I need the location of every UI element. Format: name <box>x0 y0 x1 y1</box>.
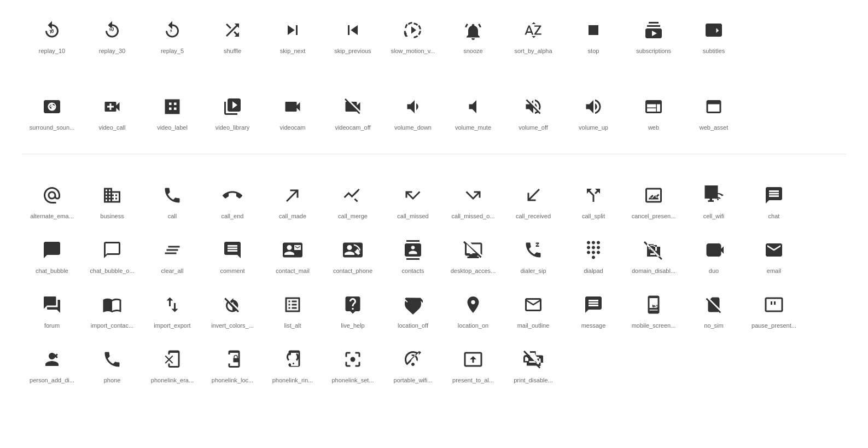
icon-item-volume_off[interactable]: volume_off <box>503 88 563 137</box>
icon-item-call_made[interactable]: call_made <box>263 176 323 225</box>
icon-item-mail_outline[interactable]: mail_outline <box>503 286 563 335</box>
cell_wifi-label: cell_wifi <box>703 212 725 220</box>
chat_bubble-icon <box>42 236 62 264</box>
icon-item-domain_disabled[interactable]: domain_disabl... <box>624 231 684 280</box>
sort_by_alpha-label: sort_by_alpha <box>514 47 552 55</box>
icon-item-call_merge[interactable]: call_merge <box>323 176 383 225</box>
icon-item-video_library[interactable]: video_library <box>202 88 263 137</box>
icon-item-call[interactable]: call <box>142 176 202 225</box>
icon-item-live_help[interactable]: live_help <box>323 286 383 335</box>
icon-item-volume_down[interactable]: volume_down <box>383 88 443 137</box>
icon-item-business[interactable]: business <box>82 176 142 225</box>
icon-item-phonelink_ring[interactable]: phonelink_rin... <box>263 340 323 389</box>
icon-item-phonelink_erase[interactable]: phonelink_era... <box>142 340 202 389</box>
icon-item-location_off[interactable]: location_off <box>383 286 443 335</box>
icon-item-call_missed_outgoing[interactable]: call_missed_o... <box>443 176 503 225</box>
icon-item-video_label[interactable]: video_label <box>142 88 202 137</box>
icon-item-cancel_presentation[interactable]: cancel_presen... <box>624 176 684 225</box>
icon-item-phone[interactable]: phone <box>82 340 142 389</box>
icon-item-no_sim[interactable]: no_sim <box>684 286 744 335</box>
icon-item-skip_previous[interactable]: skip_previous <box>323 11 383 60</box>
icon-item-location_on[interactable]: location_on <box>443 286 503 335</box>
icon-item-import_contacts[interactable]: import_contac... <box>82 286 142 335</box>
icon-item-mobile_screen_share[interactable]: mobile_screen... <box>624 286 684 335</box>
av-section-row1: replay_10replay_30replay_5shuffleskip_ne… <box>0 0 868 77</box>
icon-item-dialer_sip[interactable]: dialer_sip <box>503 231 563 280</box>
icon-item-comment[interactable]: comment <box>202 231 263 280</box>
icon-item-call_end[interactable]: call_end <box>202 176 263 225</box>
icon-item-skip_next[interactable]: skip_next <box>263 11 323 60</box>
icon-item-alternate_email[interactable]: alternate_ema... <box>22 176 82 225</box>
icon-item-invert_colors_off[interactable]: invert_colors_... <box>202 286 263 335</box>
icon-item-message[interactable]: message <box>563 286 624 335</box>
chat_bubble_outline-label: chat_bubble_o... <box>90 267 134 275</box>
icon-item-dialpad[interactable]: dialpad <box>563 231 624 280</box>
icon-item-duo[interactable]: duo <box>684 231 744 280</box>
icon-item-subscriptions[interactable]: subscriptions <box>624 11 684 60</box>
icon-item-chat[interactable]: chat <box>744 176 804 225</box>
phonelink_setup-label: phonelink_set... <box>331 376 374 384</box>
icon-item-cell_wifi[interactable]: cell_wifi <box>684 176 744 225</box>
icon-item-volume_up[interactable]: volume_up <box>563 88 624 137</box>
icon-item-person_add_disabled[interactable]: person_add_di... <box>22 340 82 389</box>
mobile_screen_share-icon <box>644 291 663 318</box>
skip_next-label: skip_next <box>280 47 305 55</box>
volume_off-icon <box>523 93 543 120</box>
icon-item-replay_5[interactable]: replay_5 <box>142 11 202 60</box>
videocam_off-icon <box>343 93 363 120</box>
dialer_sip-label: dialer_sip <box>520 267 546 275</box>
call_made-label: call_made <box>279 212 306 220</box>
icon-item-import_export[interactable]: import_export <box>142 286 202 335</box>
icon-item-slow_motion_video[interactable]: slow_motion_v... <box>383 11 443 60</box>
chat_bubble-label: chat_bubble <box>36 267 68 275</box>
icon-item-call_missed[interactable]: call_missed <box>383 176 443 225</box>
icon-item-volume_mute[interactable]: volume_mute <box>443 88 503 137</box>
icon-item-list_alt[interactable]: list_alt <box>263 286 323 335</box>
icon-item-surround_sound[interactable]: surround_soun... <box>22 88 82 137</box>
web_asset-label: web_asset <box>700 124 729 131</box>
icon-item-pause_presentation[interactable]: pause_present... <box>744 286 804 335</box>
icon-item-present_to_all[interactable]: present_to_al... <box>443 340 503 389</box>
mail_outline-icon <box>523 291 543 318</box>
icon-item-desktop_access_disabled[interactable]: desktop_acces... <box>443 231 503 280</box>
icon-item-videocam[interactable]: videocam <box>263 88 323 137</box>
icon-item-phonelink_setup[interactable]: phonelink_set... <box>323 340 383 389</box>
message-icon <box>584 291 603 318</box>
icon-item-web[interactable]: web <box>624 88 684 137</box>
replay_5-label: replay_5 <box>161 47 184 55</box>
icon-item-videocam_off[interactable]: videocam_off <box>323 88 383 137</box>
icon-item-chat_bubble[interactable]: chat_bubble <box>22 231 82 280</box>
icon-item-contact_mail[interactable]: contact_mail <box>263 231 323 280</box>
icon-item-video_call[interactable]: video_call <box>82 88 142 137</box>
call_missed_outgoing-icon <box>463 182 483 209</box>
icon-item-replay_10[interactable]: replay_10 <box>22 11 82 60</box>
business-label: business <box>100 212 124 220</box>
icon-item-forum[interactable]: forum <box>22 286 82 335</box>
import_contacts-icon <box>102 291 122 318</box>
icon-item-call_received[interactable]: call_received <box>503 176 563 225</box>
icon-item-stop[interactable]: stop <box>563 11 624 60</box>
icon-item-phonelink_lock[interactable]: phonelink_loc... <box>202 340 263 389</box>
icon-item-call_split[interactable]: call_split <box>563 176 624 225</box>
icon-item-chat_bubble_outline[interactable]: chat_bubble_o... <box>82 231 142 280</box>
icon-item-email[interactable]: email <box>744 231 804 280</box>
volume_mute-label: volume_mute <box>455 124 491 131</box>
print_disabled-icon <box>523 346 543 373</box>
icon-item-portable_wifi_off[interactable]: portable_wifi... <box>383 340 443 389</box>
icon-item-print_disabled[interactable]: print_disable... <box>503 340 563 389</box>
icon-item-contacts[interactable]: contacts <box>383 231 443 280</box>
icon-item-contact_phone[interactable]: contact_phone <box>323 231 383 280</box>
icon-item-replay_30[interactable]: replay_30 <box>82 11 142 60</box>
icon-item-clear_all[interactable]: clear_all <box>142 231 202 280</box>
icon-item-subtitles[interactable]: subtitles <box>684 11 744 60</box>
icon-item-snooze[interactable]: snooze <box>443 11 503 60</box>
call_split-icon <box>584 182 603 209</box>
icon-item-web_asset[interactable]: web_asset <box>684 88 744 137</box>
volume_off-label: volume_off <box>519 124 548 131</box>
icon-grid-av2: surround_soun...video_callvideo_labelvid… <box>22 88 846 137</box>
phonelink_lock-icon <box>223 346 242 373</box>
icon-item-shuffle[interactable]: shuffle <box>202 11 263 60</box>
skip_previous-icon <box>343 16 363 44</box>
icon-item-sort_by_alpha[interactable]: sort_by_alpha <box>503 11 563 60</box>
call_received-label: call_received <box>516 212 551 220</box>
